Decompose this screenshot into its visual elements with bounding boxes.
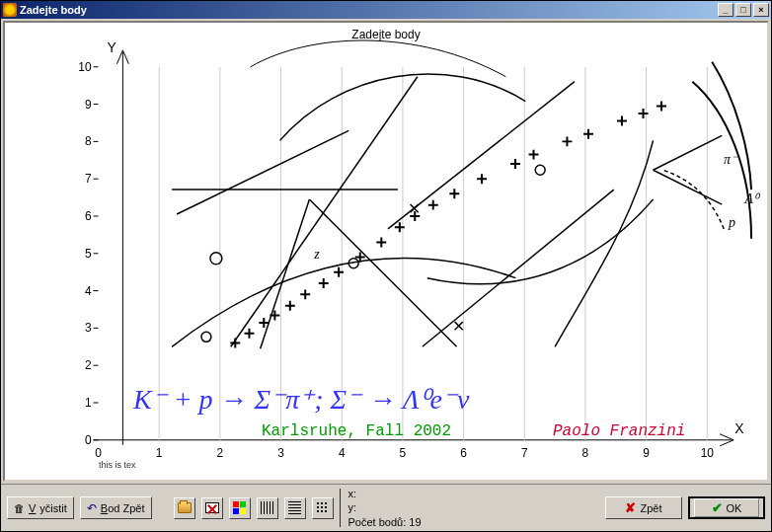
svg-text:10: 10 [701,446,715,460]
svg-text:5: 5 [400,446,407,460]
svg-text:1: 1 [156,446,163,460]
formula-text: K⁻ + p → Σ⁻π⁺; Σ⁻ → Λ⁰e⁻ν [133,383,469,416]
annot-p: p [729,215,735,231]
trash-icon [14,502,25,514]
svg-text:6: 6 [460,446,467,460]
status-x: x: [348,487,600,500]
svg-text:z: z [313,247,320,262]
svg-text:10: 10 [78,60,92,74]
latex-note: this is tex [99,461,136,470]
back-label: Zpět [640,502,661,514]
titlebar[interactable]: Zadejte body _ □ × [1,1,771,19]
svg-text:4: 4 [85,284,92,298]
status-y: y: [348,500,600,514]
svg-text:1: 1 [85,396,92,410]
svg-text:✕: ✕ [452,318,465,335]
svg-text:0: 0 [95,446,102,460]
svg-text:7: 7 [521,446,528,460]
remove-image-button[interactable] [201,497,223,519]
statusbar: VVyčistityčistit Bod Zpět x: y: Počet bo… [1,484,771,531]
status-count: Počet bodů: 19 [348,515,600,529]
x-icon: ✘ [625,500,636,515]
folder-icon [178,502,192,513]
maximize-button[interactable]: □ [735,3,751,17]
annot-pi-minus: π⁻ [724,151,737,168]
check-icon: ✔ [712,500,723,515]
status-info: x: y: Počet bodů: 19 [340,489,600,527]
back-button[interactable]: ✘ Zpět [605,496,682,519]
undo-label: Bod Zpět [101,502,145,514]
svg-point-47 [535,165,545,175]
svg-text:3: 3 [277,446,284,460]
svg-text:9: 9 [643,446,650,460]
svg-text:6: 6 [85,209,92,223]
close-button[interactable]: × [753,3,769,17]
vertical-bars-icon [261,501,273,514]
svg-text:2: 2 [85,358,92,372]
x-axis-label: X [734,420,743,436]
color-grid-icon [233,501,246,514]
annot-lambda: Λ⁰ [745,190,759,207]
dot-grid-icon [316,501,329,514]
clear-button[interactable]: VVyčistityčistit [7,496,74,519]
svg-text:4: 4 [339,446,346,460]
horizontal-bars-icon [288,501,301,514]
svg-text:3: 3 [85,321,92,335]
y-axis-label: Y [107,39,116,55]
no-image-icon [205,502,219,513]
ok-button[interactable]: ✔ OK [688,496,765,519]
window-title: Zadejte body [20,4,718,16]
svg-text:0: 0 [85,433,92,447]
plot-area[interactable]: Zadejte body 012 345 [3,21,769,482]
vgrid-button[interactable] [257,497,278,519]
svg-text:5: 5 [85,247,92,261]
colors-button[interactable] [229,497,251,519]
svg-point-48 [201,332,211,342]
svg-text:2: 2 [217,446,224,460]
app-icon [3,3,17,17]
ok-label: OK [727,502,742,514]
svg-text:9: 9 [85,98,92,112]
minimize-button[interactable]: _ [718,3,733,17]
open-image-button[interactable] [174,497,195,519]
app-window: Zadejte body _ □ × Zadejte body [0,0,772,532]
dotgrid-button[interactable] [312,497,334,519]
svg-text:7: 7 [85,172,92,186]
undo-point-button[interactable]: Bod Zpět [80,496,152,519]
svg-text:8: 8 [85,134,92,148]
svg-text:8: 8 [582,446,589,460]
hgrid-button[interactable] [284,497,306,519]
credit-author: Paolo Franzini [553,422,685,440]
undo-icon [87,501,97,515]
credit-location: Karlsruhe, Fall 2002 [262,422,451,440]
